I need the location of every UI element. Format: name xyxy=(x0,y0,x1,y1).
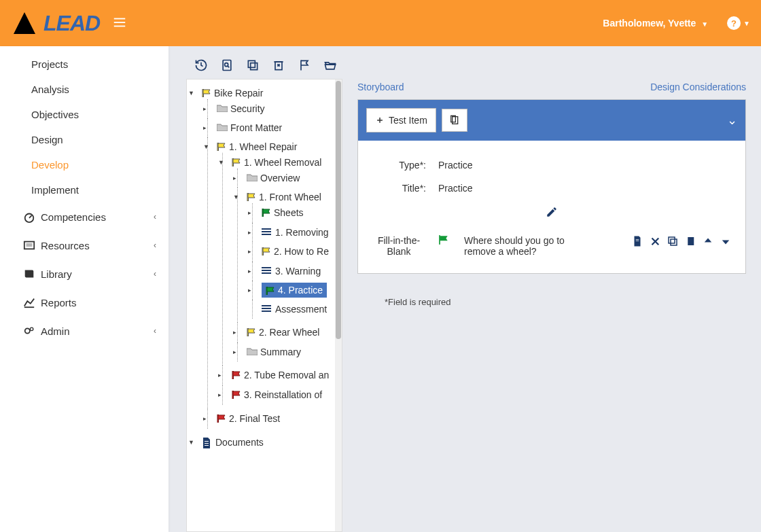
chart-icon xyxy=(23,296,35,308)
tree-node-reinstall[interactable]: 3. Reinstallation of xyxy=(232,389,322,400)
tree-node-tube-removal[interactable]: 2. Tube Removal an xyxy=(232,370,329,380)
tree-toggle[interactable]: ▼ xyxy=(188,90,194,96)
svg-rect-47 xyxy=(636,239,639,240)
svg-rect-26 xyxy=(262,228,271,230)
flag-icon[interactable] xyxy=(298,58,311,72)
help-menu[interactable]: ? ▼ xyxy=(727,16,750,30)
text-icon xyxy=(262,228,272,237)
folder-icon xyxy=(247,173,258,183)
tree-toggle[interactable]: ▸ xyxy=(203,124,207,131)
sidebar-group-competencies[interactable]: Competencies ‹ xyxy=(0,202,169,231)
tab-storyboard[interactable]: Storyboard xyxy=(357,82,404,92)
move-down-icon[interactable] xyxy=(720,235,732,247)
sidebar-group-library[interactable]: Library ‹ xyxy=(0,260,169,288)
copy-item-icon[interactable] xyxy=(667,235,679,247)
add-test-item-button[interactable]: ＋Test Item xyxy=(366,108,436,132)
tree-root[interactable]: Bike Repair xyxy=(202,88,263,99)
sidebar-group-label: Competencies xyxy=(41,211,106,223)
svg-rect-42 xyxy=(205,443,209,444)
svg-rect-27 xyxy=(262,231,271,232)
tree-node-warning[interactable]: 3. Warning xyxy=(262,266,321,277)
tree-toggle[interactable]: ▸ xyxy=(233,329,236,336)
sidebar-group-resources[interactable]: Resources ‹ xyxy=(0,231,169,260)
svg-rect-34 xyxy=(262,305,271,306)
paste-button[interactable] xyxy=(442,109,467,132)
flag-icon xyxy=(217,414,226,423)
topbar: LEAD Bartholomew, Yvette ▼ ? ▼ xyxy=(0,0,761,46)
content-tabs: Storyboard Design Considerations xyxy=(357,79,746,99)
tree-label: 2. Rear Wheel xyxy=(259,327,319,338)
flag-icon xyxy=(202,89,211,97)
sidebar-group-admin[interactable]: Admin ‹ xyxy=(0,317,169,345)
tree-node-wheel-removal[interactable]: 1. Wheel Removal xyxy=(232,157,321,168)
svg-rect-5 xyxy=(24,242,34,249)
tree-toggle[interactable]: ▸ xyxy=(248,268,251,274)
history-icon[interactable] xyxy=(194,58,208,72)
sidebar-phase-develop[interactable]: Develop xyxy=(0,152,169,177)
sidebar-group-reports[interactable]: Reports xyxy=(0,288,169,317)
move-up-icon[interactable] xyxy=(702,235,714,247)
tree-toggle[interactable]: ▼ xyxy=(203,143,209,150)
tree-node-overview[interactable]: Overview xyxy=(247,173,300,183)
tree-toggle[interactable]: ▸ xyxy=(248,209,251,216)
flag-icon xyxy=(247,328,256,336)
open-folder-icon[interactable] xyxy=(323,58,337,72)
tree-toggle[interactable]: ▸ xyxy=(248,287,251,294)
svg-rect-31 xyxy=(262,270,271,271)
logo: LEAD xyxy=(11,10,100,37)
tree-node-assessment[interactable]: Assessment xyxy=(262,304,327,315)
delete-item-icon[interactable] xyxy=(649,235,661,247)
svg-rect-30 xyxy=(262,267,271,268)
user-menu[interactable]: Bartholomew, Yvette ▼ xyxy=(603,18,708,29)
content: Storyboard Design Considerations ＋Test I… xyxy=(342,79,761,532)
flag-icon xyxy=(232,158,241,166)
tree-toggle[interactable]: ▸ xyxy=(218,372,222,378)
tree-toggle[interactable]: ▼ xyxy=(233,194,239,200)
tree-toggle[interactable]: ▼ xyxy=(218,159,224,166)
tree-node-summary[interactable]: Summary xyxy=(247,347,301,357)
search-doc-icon[interactable] xyxy=(220,58,234,72)
sidebar-phase-analysis[interactable]: Analysis xyxy=(0,77,169,102)
tree-node-sheets[interactable]: Sheets xyxy=(262,207,304,218)
sidebar-phase-implement[interactable]: Implement xyxy=(0,177,169,202)
tree-node-security[interactable]: Security xyxy=(217,103,265,114)
copy-icon[interactable] xyxy=(246,58,260,72)
tree-toggle[interactable]: ▼ xyxy=(188,439,194,446)
title-value: Practice xyxy=(438,183,473,194)
sidebar-phase-design[interactable]: Design xyxy=(0,127,169,152)
collapse-icon[interactable]: ⌄ xyxy=(727,113,737,128)
tree-node-rear-wheel[interactable]: 2. Rear Wheel xyxy=(247,327,319,338)
tree-node-front-wheel[interactable]: 1. Front Wheel xyxy=(247,192,321,202)
tree-toggle[interactable]: ▸ xyxy=(218,391,222,398)
chevron-left-icon: ‹ xyxy=(154,212,156,221)
tree-node-wheel-repair[interactable]: 1. Wheel Repair xyxy=(217,141,297,152)
tree-label: Bike Repair xyxy=(214,88,263,99)
tree-node-documents[interactable]: Documents xyxy=(202,437,264,448)
tree-toggle[interactable]: ▸ xyxy=(248,229,251,236)
svg-line-13 xyxy=(228,66,230,68)
sidebar-group-label: Resources xyxy=(41,240,90,251)
sidebar-phase-projects[interactable]: Projects xyxy=(0,52,169,77)
tree-node-practice[interactable]: 4. Practice xyxy=(262,283,327,298)
tree-toggle[interactable]: ▸ xyxy=(203,105,207,112)
type-label: Type*: xyxy=(372,160,426,171)
edit-item-icon[interactable] xyxy=(631,235,643,247)
tree-label: 3. Reinstallation of xyxy=(244,389,322,400)
tree-node-front-matter[interactable]: Front Matter xyxy=(217,122,282,133)
caret-down-icon: ▼ xyxy=(743,20,750,27)
sidebar-phase-objectives[interactable]: Objectives xyxy=(0,102,169,127)
delete-icon[interactable] xyxy=(272,58,285,72)
tree-toggle[interactable]: ▸ xyxy=(248,248,251,255)
tab-design-considerations[interactable]: Design Considerations xyxy=(650,82,746,92)
tree-toggle[interactable]: ▸ xyxy=(203,415,207,422)
tree-toggle[interactable]: ▸ xyxy=(233,175,236,181)
tree-toggle[interactable]: ▸ xyxy=(233,349,236,355)
edit-icon[interactable] xyxy=(546,206,558,218)
card-header: ＋Test Item ⌄ xyxy=(358,100,745,141)
menu-toggle-button[interactable] xyxy=(112,15,127,32)
tree-node-how-to-re[interactable]: 2. How to Re xyxy=(262,246,329,257)
tree-node-final-test[interactable]: 2. Final Test xyxy=(217,413,280,424)
sidebar: Projects Analysis Objectives Design Deve… xyxy=(0,46,169,532)
tree-node-removing[interactable]: 1. Removing xyxy=(262,227,329,238)
paste-item-icon[interactable] xyxy=(684,235,696,247)
